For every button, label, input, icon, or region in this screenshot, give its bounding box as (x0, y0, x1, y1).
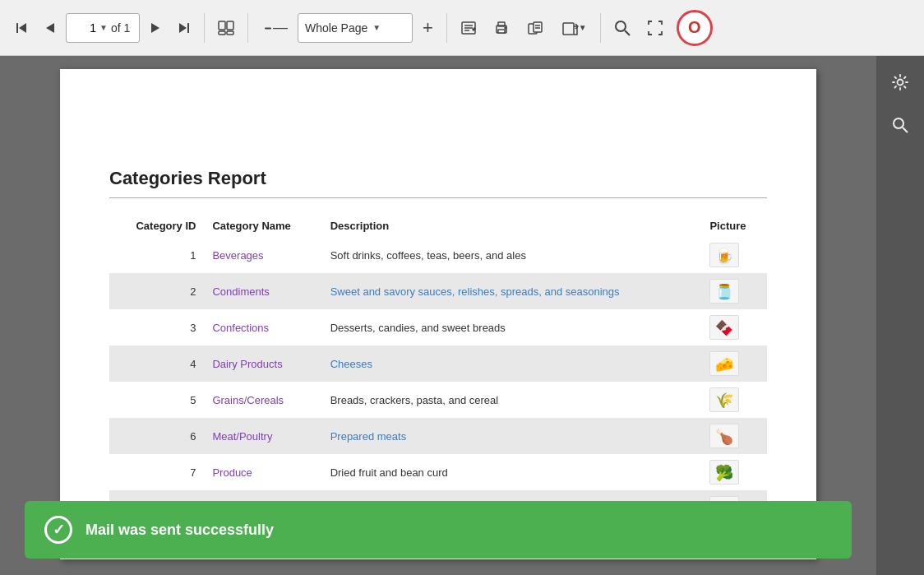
zoom-dropdown-arrow[interactable]: ▼ (372, 23, 381, 32)
report-title: Categories Report (109, 168, 767, 189)
zoom-value-label: Whole Page (305, 21, 367, 35)
col-header-picture: Picture (701, 215, 767, 237)
page-dropdown-arrow[interactable]: ▼ (99, 23, 108, 32)
svg-rect-20 (534, 22, 542, 32)
success-banner: ✓ Mail was sent successfully (25, 501, 852, 559)
success-message: Mail was sent successfully (85, 522, 274, 539)
svg-rect-10 (265, 27, 271, 29)
cell-name: Grains/Cereals (204, 382, 321, 418)
page-of-label: of 1 (111, 21, 130, 35)
print-button[interactable] (487, 15, 516, 41)
print-preview-button[interactable] (520, 15, 551, 41)
title-rule (109, 197, 767, 198)
svg-rect-4 (187, 23, 189, 33)
svg-rect-0 (16, 23, 18, 33)
separator-2 (247, 13, 248, 43)
table-row: 7ProduceDried fruit and bean curd🥦 (109, 454, 767, 490)
cell-picture: 🧀 (701, 345, 767, 382)
svg-marker-2 (46, 23, 54, 33)
svg-line-25 (625, 30, 630, 35)
multi-page-button[interactable] (211, 16, 241, 40)
svg-rect-7 (227, 21, 233, 30)
col-header-desc: Description (322, 215, 702, 237)
cell-name: Confections (204, 309, 321, 345)
cell-description: Cheeses (322, 345, 702, 382)
separator-4 (600, 13, 601, 43)
cell-id: 7 (109, 454, 204, 490)
prev-page-button[interactable] (38, 16, 62, 39)
report-table: Category ID Category Name Description Pi… (109, 215, 767, 526)
cell-id: 4 (109, 345, 204, 382)
cell-id: 5 (109, 382, 204, 418)
cell-picture: 🌾 (701, 382, 767, 418)
search-button[interactable] (608, 15, 637, 41)
cell-name: Condiments (204, 273, 321, 309)
svg-marker-1 (19, 23, 26, 33)
main-area: Categories Report Category ID Category N… (0, 56, 924, 575)
svg-rect-8 (219, 31, 225, 35)
cell-description: Dried fruit and bean curd (322, 454, 702, 490)
cell-picture: 🍫 (701, 309, 767, 345)
cell-id: 1 (109, 237, 204, 273)
cell-description: Prepared meats (322, 418, 702, 454)
cell-description: Sweet and savory sauces, relishes, sprea… (322, 273, 702, 309)
table-row: 1BeveragesSoft drinks, coffees, teas, be… (109, 237, 767, 273)
sidebar-search-button[interactable] (882, 107, 918, 143)
cell-id: 6 (109, 418, 204, 454)
page-number-input[interactable]: 1 (72, 21, 96, 35)
cell-id: 3 (109, 309, 204, 345)
col-header-id: Category ID (109, 215, 204, 237)
fullscreen-button[interactable] (640, 15, 670, 41)
cell-id: 2 (109, 273, 204, 309)
table-row: 4Dairy ProductsCheeses🧀 (109, 345, 767, 382)
separator-1 (204, 13, 205, 43)
zoom-select-group[interactable]: Whole Page ▼ (298, 13, 413, 43)
separator-3 (446, 13, 447, 43)
table-row: 5Grains/CerealsBreads, crackers, pasta, … (109, 382, 767, 418)
next-page-button[interactable] (143, 16, 168, 39)
cell-picture: 🥦 (701, 454, 767, 490)
cell-picture: 🍺 (701, 237, 767, 273)
last-page-button[interactable] (171, 16, 197, 39)
cell-name: Produce (204, 454, 321, 490)
toolbar: 1 ▼ of 1 — Whole Page ▼ (0, 0, 924, 56)
cell-description: Breads, crackers, pasta, and cereal (322, 382, 702, 418)
svg-point-24 (616, 21, 626, 31)
table-row: 2CondimentsSweet and savory sauces, reli… (109, 273, 767, 309)
svg-line-28 (903, 128, 908, 132)
content-area: Categories Report Category ID Category N… (0, 56, 876, 575)
svg-rect-17 (498, 30, 505, 33)
col-header-name: Category Name (204, 215, 321, 237)
right-sidebar (876, 56, 924, 575)
edit-button[interactable] (454, 16, 483, 40)
document-page: Categories Report Category ID Category N… (60, 69, 816, 559)
success-check-icon: ✓ (44, 516, 72, 544)
cell-picture: 🍗 (701, 418, 767, 454)
svg-rect-23 (563, 23, 574, 35)
sidebar-settings-button[interactable] (882, 64, 918, 100)
svg-marker-5 (179, 23, 187, 33)
page-input-group: 1 ▼ of 1 (66, 13, 140, 43)
zoom-in-button[interactable]: + (416, 12, 440, 44)
first-page-button[interactable] (8, 16, 35, 39)
svg-rect-9 (227, 31, 233, 35)
cell-description: Desserts, candies, and sweet breads (322, 309, 702, 345)
office-icon: O (688, 18, 701, 37)
office-button[interactable]: O (677, 10, 713, 46)
export-button[interactable]: ▼ (554, 15, 594, 41)
svg-marker-3 (151, 23, 159, 33)
cell-description: Soft drinks, coffees, teas, beers, and a… (322, 237, 702, 273)
cell-name: Meat/Poultry (204, 418, 321, 454)
zoom-out-button[interactable]: — (255, 14, 294, 41)
svg-point-18 (505, 27, 506, 29)
svg-point-27 (894, 118, 903, 128)
cell-picture: 🫙 (701, 273, 767, 309)
svg-point-26 (898, 80, 903, 86)
table-row: 6Meat/PoultryPrepared meats🍗 (109, 418, 767, 454)
cell-name: Beverages (204, 237, 321, 273)
svg-rect-16 (498, 22, 505, 26)
table-row: 3ConfectionsDesserts, candies, and sweet… (109, 309, 767, 345)
svg-rect-6 (219, 21, 225, 30)
cell-name: Dairy Products (204, 345, 321, 382)
